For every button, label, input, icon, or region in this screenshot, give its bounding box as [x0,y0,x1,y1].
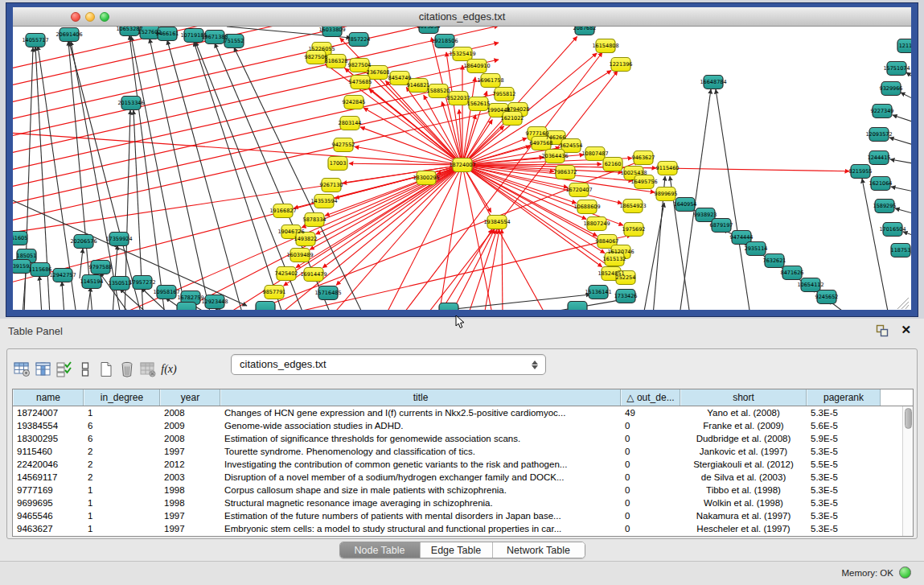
graph-node-label: 3624554 [560,142,583,149]
column-header-out_de[interactable]: △ out_de... [621,389,680,406]
graph-node-label: 12942757 [49,272,76,278]
table-row[interactable]: 2242004622012Investigating the contribut… [13,458,913,471]
graph-node-label: 16961758 [477,77,503,84]
new-table-icon[interactable] [96,359,117,380]
column-header-name[interactable]: name [13,389,84,406]
memory-ok-icon [899,566,911,579]
graph-node-label: 9899695 [655,191,678,197]
graph-node-label: 19166827 [269,208,296,214]
graph-node-label: 261605 [13,235,27,241]
show-columns-icon[interactable] [33,359,54,380]
table-row[interactable]: 1830029562008Estimation of significance … [13,432,913,445]
table-row[interactable]: 946362711997Embryonic stem cells: a mode… [13,522,913,535]
graph-node-label: 15751074 [883,65,910,72]
float-panel-icon[interactable] [876,324,889,337]
graph-node-label: 252254 [616,274,636,281]
column-header-title[interactable]: title [220,389,621,406]
vertical-scrollbar[interactable] [902,406,913,536]
table-cell: 5.3E-5 [807,509,881,522]
graph-node[interactable] [177,303,196,311]
graph-node-label: 1589295 [873,203,897,209]
table-row[interactable]: 1872400712008Changes of HCN gene express… [13,406,913,419]
graph-node-label: 19218506 [431,38,458,44]
node-table[interactable]: namein_degreeyeartitle△ out_de...shortpa… [12,389,914,537]
graph-node-label: 8813054 [417,27,441,30]
column-header-short[interactable]: short [680,389,807,406]
network-canvas[interactable]: 1872400718300295193845549777169746266649… [13,27,911,310]
graph-node-label: 1221396 [610,61,633,68]
graph-node-label: 14353594 [310,198,337,204]
table-cell: 5.9E-5 [807,432,881,445]
graph-node-label: 17016504 [879,226,906,233]
table-row[interactable]: 977716911998Corpus callosum shape and si… [13,484,913,496]
graph-node-label: 10807487 [581,150,608,157]
table-row[interactable]: 946554611997Estimation of the future num… [13,509,913,522]
row-checklist-icon[interactable] [54,359,75,380]
graph-node-label: 9463627 [632,154,655,161]
table-toolbar: f(x) [12,356,179,383]
network-view-window[interactable]: citations_edges.txt 18724007183002951938… [6,3,918,316]
column-header-in_degree[interactable]: in_degree [84,389,160,406]
tab-edge-table[interactable]: Edge Table [421,542,493,558]
graph-node-label: 9245652 [815,294,839,300]
table-cell: Tibbo et al. (1998) [680,484,807,496]
table-cell: 1 [84,496,160,509]
table-cell: 9699695 [13,496,84,509]
graph-node-label: 9938923 [694,212,717,218]
table-cell: 2008 [160,406,220,419]
delete-table-icon[interactable] [117,359,138,380]
status-bar: Memory: OK [0,561,924,585]
table-settings-icon[interactable] [12,359,33,380]
column-header-pagerank[interactable]: pagerank [807,389,881,406]
table-cell: Nakamura et al. (1997) [680,509,807,522]
table-cell: 1997 [160,445,220,458]
table-cell: 0 [621,496,680,509]
table-row[interactable]: 969969511998Structural magnetic resonanc… [13,496,913,509]
graph-node-label: 16154808 [592,43,618,49]
function-builder-icon[interactable]: f(x) [158,359,179,380]
application-window: citations_edges.txt 18724007183002951938… [0,0,924,585]
scrollbar-thumb[interactable] [905,408,912,429]
table-cell: Disruption of a novel member of a sodium… [220,471,621,484]
graph-node-label: 18640910 [463,63,490,69]
graph-node-label: 1244415 [868,154,891,161]
graph-node-label: 20206576 [70,238,97,245]
table-cell: 5.3E-5 [807,445,881,458]
table-row[interactable]: 1456911722003Disruption of a novel membe… [13,471,913,484]
graph-node-label: 9797588 [89,264,113,270]
graph-node-label: 9827504 [348,62,372,68]
graph-node-label: 9329966 [880,85,903,92]
table-cell: 2003 [160,471,220,484]
column-header-filler [881,389,913,406]
table-cell: Jankovic et al. (1997) [680,445,807,458]
table-cell: Tourette syndrome. Phenomenology and cla… [220,445,621,458]
graph-node-label: 17003 [330,160,347,167]
window-titlebar[interactable]: citations_edges.txt [13,7,911,27]
table-select-value: citations_edges.txt [240,358,326,370]
table-select-dropdown[interactable]: citations_edges.txt [231,354,546,375]
column-header-year[interactable]: year [160,389,220,406]
table-row[interactable]: 1938455462009Genome-wide association stu… [13,419,913,432]
tab-network-table[interactable]: Network Table [493,542,585,558]
graph-node-label: 39159 [13,263,29,270]
graph-node[interactable] [568,302,587,311]
table-cell: 1997 [160,522,220,535]
rows-mode-icon[interactable] [75,359,96,380]
table-cell: 5.3E-5 [807,406,881,419]
graph-node-label: 10654112 [797,282,823,288]
graph-node-label: 8215955 [849,168,873,175]
table-cell: 0 [621,509,680,522]
graph-node-label: 16495756 [630,179,657,185]
table-row[interactable]: 911546021997Tourette syndrome. Phenomeno… [13,445,913,458]
graph-node-label: 19384554 [483,219,510,225]
mouse-cursor [455,315,466,329]
table-cell: 5.3E-5 [807,471,881,484]
table-cell: 0 [621,445,680,458]
graph-node[interactable] [439,303,458,311]
close-panel-icon[interactable]: ✕ [901,323,911,337]
graph-node[interactable] [256,302,275,311]
network-graph[interactable]: 1872400718300295193845549777169746266649… [13,27,911,310]
graph-node-label: 15226055 [308,46,335,52]
tab-node-table[interactable]: Node Table [340,542,421,558]
graph-node-label: 6879197 [710,222,733,229]
